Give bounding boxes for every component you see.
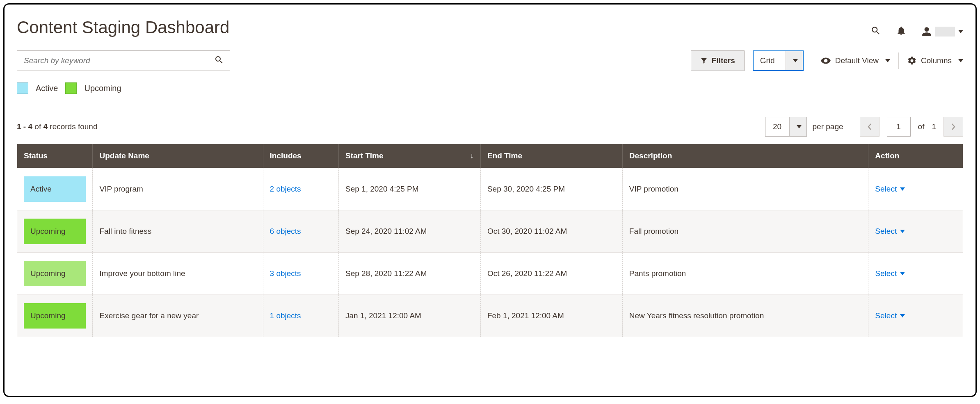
columns-button[interactable]: Columns: [907, 56, 963, 66]
status-legend: Active Upcoming: [17, 82, 963, 94]
table-row[interactable]: ActiveVIP program2 objectsSep 1, 2020 4:…: [17, 168, 963, 210]
cell-end: Oct 30, 2020 11:02 AM: [480, 210, 622, 253]
status-badge: Upcoming: [24, 261, 86, 286]
gear-icon: [907, 56, 917, 66]
header: Content Staging Dashboard: [17, 14, 963, 49]
toolbar: Filters Grid Default View Columns: [17, 50, 963, 71]
select-action[interactable]: Select: [875, 269, 905, 278]
col-start[interactable]: Start Time↓: [339, 144, 481, 168]
divider: [898, 52, 899, 69]
header-icons: [870, 25, 963, 38]
status-badge: Upcoming: [24, 219, 86, 244]
page-size-value: 20: [765, 117, 789, 136]
app-frame: Content Staging Dashboard: [3, 3, 977, 397]
search-input[interactable]: [23, 56, 214, 66]
status-badge: Active: [24, 176, 86, 202]
cell-desc: VIP promotion: [622, 168, 868, 210]
default-view-label: Default View: [835, 56, 879, 65]
filters-label: Filters: [712, 56, 735, 65]
page-title: Content Staging Dashboard: [17, 18, 229, 37]
cell-start: Sep 1, 2020 4:25 PM: [339, 168, 481, 210]
cell-includes: 2 objects: [263, 168, 338, 210]
cell-action: Select: [868, 253, 963, 295]
search-icon[interactable]: [214, 55, 224, 66]
cell-status: Upcoming: [17, 210, 93, 253]
chevron-down-icon: [900, 187, 905, 191]
chevron-down-icon: [958, 59, 963, 62]
account-menu[interactable]: [921, 26, 963, 37]
toolbar-right: Filters Grid Default View Columns: [691, 50, 963, 71]
table-row[interactable]: UpcomingExercise gear for a new year1 ob…: [17, 295, 963, 337]
user-icon: [921, 26, 932, 37]
cell-name: Exercise gear for a new year: [93, 295, 263, 337]
chevron-left-icon: [867, 123, 873, 131]
cell-desc: Fall promotion: [622, 210, 868, 253]
cell-status: Upcoming: [17, 253, 93, 295]
cell-start: Jan 1, 2021 12:00 AM: [339, 295, 481, 337]
select-action[interactable]: Select: [875, 185, 905, 194]
table-row[interactable]: UpcomingFall into fitness6 objectsSep 24…: [17, 210, 963, 253]
legend-swatch-active: [17, 82, 28, 94]
col-status[interactable]: Status: [17, 144, 93, 168]
col-action[interactable]: Action: [868, 144, 963, 168]
pager: of 1: [860, 117, 963, 137]
cell-name: Improve your bottom line: [93, 253, 263, 295]
account-name-placeholder: [935, 27, 955, 37]
cell-action: Select: [868, 295, 963, 337]
funnel-icon: [700, 57, 708, 64]
cell-status: Upcoming: [17, 295, 93, 337]
chevron-down-icon: [900, 272, 905, 275]
chevron-down-icon: [786, 51, 803, 70]
cell-start: Sep 24, 2020 11:02 AM: [339, 210, 481, 253]
chevron-down-icon: [900, 314, 905, 317]
divider: [812, 52, 812, 69]
cell-name: VIP program: [93, 168, 263, 210]
cell-end: Sep 30, 2020 4:25 PM: [480, 168, 622, 210]
includes-link[interactable]: 1 objects: [270, 311, 301, 320]
cell-includes: 6 objects: [263, 210, 338, 253]
grid-header-row: Status Update Name Includes Start Time↓ …: [17, 144, 963, 168]
includes-link[interactable]: 2 objects: [270, 185, 301, 193]
page-size-select[interactable]: 20: [765, 117, 807, 137]
table-row[interactable]: UpcomingImprove your bottom line3 object…: [17, 253, 963, 295]
view-mode-select[interactable]: Grid: [753, 50, 804, 71]
current-page-input[interactable]: [887, 117, 911, 137]
search-input-wrap[interactable]: [17, 50, 230, 71]
legend-label-upcoming: Upcoming: [84, 84, 121, 93]
search-icon[interactable]: [870, 25, 881, 38]
includes-link[interactable]: 6 objects: [270, 227, 301, 235]
select-action[interactable]: Select: [875, 227, 905, 236]
cell-action: Select: [868, 168, 963, 210]
legend-label-active: Active: [36, 84, 58, 93]
cell-desc: Pants promotion: [622, 253, 868, 295]
columns-label: Columns: [921, 56, 952, 65]
filters-button[interactable]: Filters: [691, 50, 745, 71]
chevron-down-icon: [789, 117, 806, 136]
chevron-down-icon: [900, 230, 905, 233]
cell-includes: 1 objects: [263, 295, 338, 337]
prev-page-button[interactable]: [860, 117, 879, 137]
records-bar: 1 - 4 of 4 records found 20 per page of …: [17, 117, 963, 137]
chevron-down-icon: [885, 59, 890, 62]
col-desc[interactable]: Description: [622, 144, 868, 168]
per-page-label: per page: [813, 122, 843, 131]
col-end[interactable]: End Time: [480, 144, 622, 168]
total-pages: 1: [932, 122, 936, 131]
default-view-button[interactable]: Default View: [820, 55, 890, 66]
view-mode-value: Grid: [754, 51, 786, 70]
next-page-button[interactable]: [943, 117, 963, 137]
bell-icon[interactable]: [896, 25, 907, 38]
legend-swatch-upcoming: [65, 82, 77, 94]
cell-end: Feb 1, 2021 12:00 AM: [480, 295, 622, 337]
includes-link[interactable]: 3 objects: [270, 269, 301, 278]
staging-grid: Status Update Name Includes Start Time↓ …: [17, 144, 963, 337]
status-badge: Upcoming: [24, 303, 86, 329]
select-action[interactable]: Select: [875, 311, 905, 320]
cell-desc: New Years fitness resolution promotion: [622, 295, 868, 337]
col-name[interactable]: Update Name: [93, 144, 263, 168]
col-includes[interactable]: Includes: [263, 144, 338, 168]
page-size-control: 20 per page: [765, 117, 843, 137]
records-found: 1 - 4 of 4 records found: [17, 122, 98, 131]
cell-action: Select: [868, 210, 963, 253]
sort-indicator-icon: ↓: [470, 151, 474, 160]
